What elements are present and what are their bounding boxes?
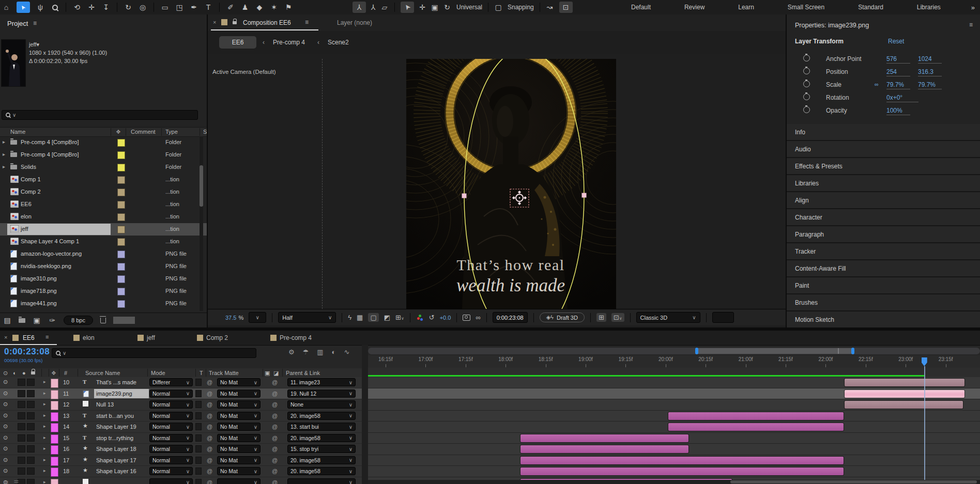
world-axis-mode[interactable]: ⅄: [369, 2, 377, 13]
label-color-swatch[interactable]: [117, 213, 125, 221]
anchor-y-value[interactable]: 1024: [918, 55, 942, 64]
panel-effects-presets[interactable]: Effects & Presets: [787, 158, 980, 174]
toggle-cell[interactable]: [27, 412, 35, 419]
layer-row[interactable]: ⊙▸13Tstart b...an youNormal∨@No Mat∨@20.…: [0, 411, 362, 422]
column-type[interactable]: Type: [165, 129, 178, 135]
parent-pickwhip-icon[interactable]: @: [272, 424, 278, 430]
parent-pickwhip-icon[interactable]: @: [272, 468, 278, 474]
scale-y-value[interactable]: 79.7%: [918, 81, 942, 89]
pan-behind-tool[interactable]: ◎: [139, 4, 147, 11]
matte-pickwhip-icon[interactable]: @: [207, 401, 212, 408]
properties-menu-icon[interactable]: ≡: [969, 21, 973, 28]
dolly-camera-tool[interactable]: ↧: [102, 4, 110, 11]
expander-icon[interactable]: ▸: [3, 164, 5, 169]
file-name[interactable]: Solids: [21, 164, 36, 170]
pixel-aspect-icon[interactable]: ↝: [546, 2, 554, 13]
position-gizmo[interactable]: ✛: [418, 2, 426, 13]
project-file-row[interactable]: image441.pngPNG file: [0, 298, 207, 310]
opacity-value[interactable]: 100%: [886, 107, 910, 115]
layer-duration-bar[interactable]: [845, 379, 964, 386]
layer-track-row[interactable]: [368, 421, 980, 433]
video-toggle-icon[interactable]: ⊙: [3, 412, 8, 419]
motion-blur-icon[interactable]: ◐: [332, 348, 336, 356]
close-tab-icon[interactable]: ×: [213, 19, 216, 25]
parent-pickwhip-icon[interactable]: @: [272, 446, 278, 452]
project-vscrollbar[interactable]: [200, 136, 203, 311]
layer-row[interactable]: ⊙▸17★Shape Layer 17Normal∨@No Mat∨@20. i…: [0, 455, 362, 466]
stopwatch-icon[interactable]: [803, 68, 810, 74]
layer-label-swatch[interactable]: [51, 445, 58, 455]
rotation-value[interactable]: 0x+0°: [886, 94, 918, 102]
project-tab[interactable]: Project: [7, 20, 28, 27]
project-file-row[interactable]: image718.pngPNG file: [0, 285, 207, 298]
magnification-value[interactable]: 37.5: [225, 315, 236, 321]
workspace-overflow-icon[interactable]: »: [971, 4, 975, 11]
work-area-bar[interactable]: [368, 348, 980, 354]
mode-column[interactable]: Mode: [151, 370, 165, 376]
layer-track-row[interactable]: [368, 466, 980, 477]
track-matte-dropdown[interactable]: No Mat∨: [217, 456, 261, 464]
project-vscroll-thumb[interactable]: [200, 165, 203, 207]
layer-track-row[interactable]: [368, 399, 980, 411]
mode-dropdown[interactable]: Normal∨: [149, 412, 193, 420]
file-name[interactable]: image310.png: [21, 275, 57, 282]
viewer-menu-icon[interactable]: ≡: [305, 19, 309, 26]
preserve-transparency-cell[interactable]: [195, 467, 202, 475]
matte-pickwhip-icon[interactable]: @: [207, 391, 212, 397]
layer-row[interactable]: ⊙▸10TThat's ...s madeDifferer∨@No Mat∨@1…: [0, 377, 362, 388]
panel-info[interactable]: Info: [787, 124, 980, 140]
layer-track-row[interactable]: [368, 388, 980, 400]
local-axis-mode[interactable]: ⅄: [353, 2, 366, 13]
label-color-swatch[interactable]: [117, 275, 125, 283]
video-toggle-icon[interactable]: ⊙: [3, 401, 8, 408]
file-name[interactable]: amazon-logo-vector.png: [21, 251, 82, 257]
layer-duration-bar[interactable]: [520, 445, 689, 453]
home-icon[interactable]: ⌂: [2, 4, 10, 11]
mode-dropdown[interactable]: Normal∨: [149, 389, 193, 398]
pen-tool[interactable]: ✒: [190, 4, 198, 11]
layer-label-swatch[interactable]: [51, 457, 58, 466]
tab-menu-icon[interactable]: ≡: [45, 334, 49, 340]
matte-pickwhip-icon[interactable]: @: [207, 435, 212, 441]
file-name[interactable]: image718.png: [21, 288, 57, 294]
toggle-cell[interactable]: [27, 379, 35, 386]
mask-vertex-handle-left[interactable]: [462, 194, 467, 198]
viewer-extra-button[interactable]: [712, 312, 734, 323]
preserve-transparency-cell[interactable]: [195, 401, 202, 408]
layer-track-row[interactable]: [368, 411, 980, 422]
breadcrumb-precomp[interactable]: Pre-comp 4: [273, 39, 305, 46]
lock-icon[interactable]: [233, 21, 237, 24]
project-file-row[interactable]: image310.pngPNG file: [0, 273, 207, 285]
expander-icon[interactable]: ▸: [43, 391, 46, 396]
item-dropdown-icon[interactable]: ▾: [36, 41, 39, 48]
toggle-cell[interactable]: [27, 390, 35, 397]
label-color-swatch[interactable]: [117, 226, 125, 233]
toggle-cell[interactable]: [18, 412, 25, 419]
layer-duration-bar[interactable]: [845, 401, 963, 409]
label-color-swatch[interactable]: [117, 201, 125, 209]
toggle-cell[interactable]: [27, 479, 35, 484]
layer-track-row[interactable]: [368, 433, 980, 444]
project-file-row[interactable]: amazon-logo-vector.pngPNG file: [0, 248, 207, 260]
parent-pickwhip-icon[interactable]: @: [272, 379, 278, 385]
expander-icon[interactable]: ▸: [43, 435, 46, 440]
cube-3d-tool[interactable]: ◳: [175, 4, 183, 11]
preserve-transparency-cell[interactable]: [195, 390, 202, 397]
layer-name[interactable]: Shape Layer 16: [96, 468, 136, 474]
layer-label-swatch[interactable]: [51, 467, 58, 477]
parent-link-dropdown[interactable]: 20. image58∨: [287, 456, 356, 464]
mode-dropdown[interactable]: Differer∨: [149, 378, 193, 386]
puppet-pin-tool[interactable]: ⚑: [284, 4, 293, 11]
reset-exposure-icon[interactable]: ↺: [429, 314, 435, 321]
mode-dropdown[interactable]: Normal∨: [149, 434, 193, 442]
mask-vertex-handle-right[interactable]: [582, 193, 587, 198]
layer-label-swatch[interactable]: [51, 423, 58, 432]
toggle-cell[interactable]: [18, 423, 25, 430]
file-name[interactable]: nvidia-seeklogo.png: [21, 263, 71, 269]
layer-label-swatch[interactable]: [51, 379, 58, 388]
parent-pickwhip-icon[interactable]: @: [272, 479, 278, 484]
timeline-hscrollbar[interactable]: [368, 480, 980, 484]
track-matte-dropdown[interactable]: No Mat∨: [217, 412, 261, 420]
layer-row[interactable]: ⊙▸11image239.pngNormal∨@No Mat∨@19. Null…: [0, 388, 362, 400]
matte-pickwhip-icon[interactable]: @: [207, 379, 212, 385]
